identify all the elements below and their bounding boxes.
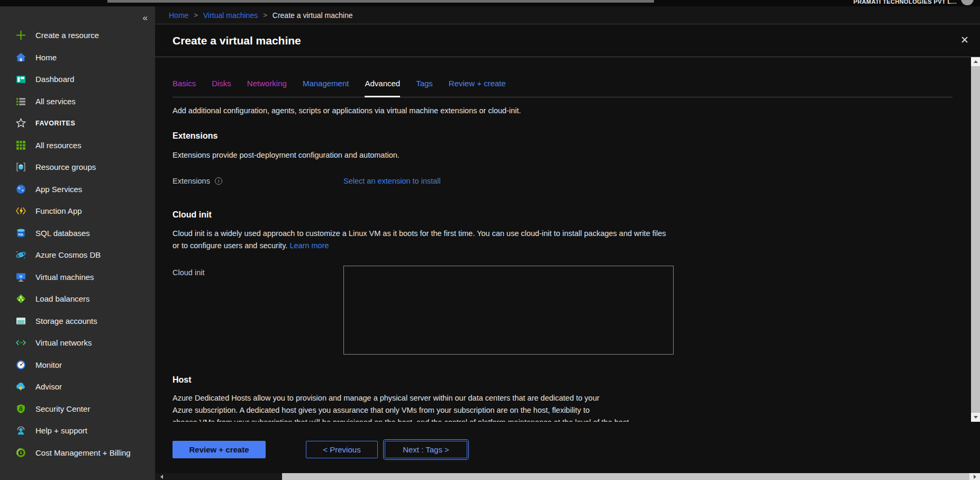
tab-disks[interactable]: Disks <box>212 77 231 90</box>
sidebar-item-label: Dashboard <box>35 75 74 84</box>
star-icon <box>15 117 26 129</box>
breadcrumb-current: Create a virtual machine <box>273 11 353 20</box>
sidebar-item-label: Function App <box>35 206 82 215</box>
function-app-icon <box>15 205 26 216</box>
scroll-right-icon[interactable] <box>969 473 980 480</box>
horizontal-scroll-thumb[interactable] <box>282 473 969 480</box>
select-extension-link[interactable]: Select an extension to install <box>343 175 441 187</box>
previous-button[interactable]: < Previous <box>306 441 378 458</box>
sidebar-item-label: Resource groups <box>35 162 96 171</box>
next-tags-button[interactable]: Next : Tags > <box>385 441 467 458</box>
list-icon <box>15 96 26 107</box>
sidebar-item-label: SQL databases <box>35 229 90 238</box>
cloud-init-textarea[interactable] <box>343 266 674 355</box>
host-description-line: Azure Dedicated Hosts allow you to provi… <box>173 392 952 404</box>
vertical-scrollbar[interactable] <box>971 57 980 422</box>
sidebar-item-help-support[interactable]: Help + support <box>0 420 155 442</box>
help-support-icon <box>15 425 26 436</box>
sidebar-item-create-a-resource[interactable]: Create a resource <box>0 24 155 47</box>
info-icon[interactable]: i <box>215 177 222 185</box>
advisor-icon <box>15 381 26 392</box>
main-content: Home > Virtual machines > Create a virtu… <box>155 6 980 480</box>
sidebar-item-label: App Services <box>35 185 82 194</box>
tab-review-create[interactable]: Review + create <box>449 77 506 90</box>
cloud-init-description-text: Cloud init is a widely used approach to … <box>173 229 666 250</box>
grid-icon <box>15 140 26 151</box>
sidebar-item-label: Security Center <box>35 404 90 413</box>
sidebar-item-dashboard[interactable]: Dashboard <box>0 68 155 90</box>
sidebar-item-home[interactable]: Home <box>0 47 155 69</box>
sidebar: « Create a resource Home Dashboard All s… <box>0 6 155 480</box>
storage-accounts-icon <box>15 315 26 327</box>
sidebar-favorites-header: FAVORITES <box>0 112 155 134</box>
breadcrumb: Home > Virtual machines > Create a virtu… <box>155 6 980 24</box>
horizontal-scrollbar[interactable] <box>155 473 980 480</box>
top-horizontal-scrollbar[interactable] <box>107 0 654 3</box>
extensions-field-label: Extensions i <box>173 175 343 187</box>
sidebar-item-azure-cosmos-db[interactable]: Azure Cosmos DB <box>0 244 155 266</box>
sidebar-item-virtual-machines[interactable]: Virtual machines <box>0 266 155 288</box>
tab-management[interactable]: Management <box>303 77 349 90</box>
sidebar-item-monitor[interactable]: Monitor <box>0 354 155 376</box>
tab-bar: Basics Disks Networking Management Advan… <box>173 77 952 97</box>
cloud-init-description: Cloud init is a widely used approach to … <box>173 228 673 252</box>
sidebar-item-all-resources[interactable]: All resources <box>0 134 155 157</box>
breadcrumb-home[interactable]: Home <box>169 11 188 20</box>
sidebar-item-label: Help + support <box>35 426 87 435</box>
scroll-up-icon[interactable] <box>971 57 980 66</box>
azure-portal: PRAMATI TECHNOLOGIES PVT L... « Create a… <box>0 0 980 480</box>
cloud-init-heading: Cloud init <box>173 209 952 221</box>
sidebar-item-label: Azure Cosmos DB <box>35 250 101 259</box>
tab-description: Add additional configuration, agents, sc… <box>173 105 952 116</box>
sidebar-item-label: Home <box>35 53 57 62</box>
breadcrumb-virtual-machines[interactable]: Virtual machines <box>203 11 258 20</box>
cloud-init-field-row: Cloud init <box>173 266 952 355</box>
sidebar-item-label: Storage accounts <box>35 316 97 325</box>
sidebar-item-label: Monitor <box>35 360 62 369</box>
sidebar-item-virtual-networks[interactable]: Virtual networks <box>0 332 155 354</box>
home-icon <box>15 52 26 63</box>
sidebar-item-function-app[interactable]: Function App <box>0 200 155 222</box>
host-heading: Host <box>173 374 952 386</box>
sidebar-item-sql-databases[interactable]: SQL SQL databases <box>0 222 155 244</box>
host-description-line: Azure subscription. A dedicated host giv… <box>173 404 952 416</box>
sidebar-item-label: Cost Management + Billing <box>35 448 131 457</box>
avatar[interactable] <box>961 0 974 5</box>
review-create-button[interactable]: Review + create <box>173 441 266 458</box>
close-icon[interactable]: ✕ <box>958 33 972 47</box>
sidebar-item-storage-accounts[interactable]: Storage accounts <box>0 310 155 332</box>
sidebar-item-app-services[interactable]: App Services <box>0 178 155 201</box>
chevron-right-icon: > <box>194 11 198 19</box>
field-label-text: Extensions <box>173 175 210 187</box>
sidebar-item-label: Virtual machines <box>35 273 94 282</box>
sidebar-item-resource-groups[interactable]: Resource groups <box>0 156 155 178</box>
app-services-icon <box>15 184 26 195</box>
tab-basics[interactable]: Basics <box>173 77 196 90</box>
plus-icon <box>15 30 26 41</box>
sidebar-item-security-center[interactable]: Security Center <box>0 398 155 420</box>
chevron-right-icon: > <box>263 11 267 19</box>
sidebar-item-label: All resources <box>35 141 81 150</box>
sidebar-item-advisor[interactable]: Advisor <box>0 376 155 398</box>
host-description-line-clipped: choose VMs from your subscription that w… <box>173 416 952 422</box>
sidebar-item-cost-management[interactable]: $ Cost Management + Billing <box>0 442 155 464</box>
monitor-icon <box>15 359 26 370</box>
panel-header: Create a virtual machine ✕ <box>155 24 980 57</box>
learn-more-link[interactable]: Learn more <box>289 241 329 250</box>
scroll-down-icon[interactable] <box>971 413 980 422</box>
svg-text:$: $ <box>20 450 22 455</box>
cosmos-db-icon <box>15 249 26 260</box>
sidebar-item-label: Advisor <box>35 382 62 391</box>
tenant-name[interactable]: PRAMATI TECHNOLOGIES PVT L... <box>854 0 957 5</box>
page-title: Create a virtual machine <box>173 34 301 47</box>
collapse-sidebar-icon[interactable]: « <box>143 13 148 23</box>
resource-groups-icon <box>15 161 26 173</box>
sidebar-item-load-balancers[interactable]: Load balancers <box>0 288 155 310</box>
scroll-left-icon[interactable] <box>157 473 166 480</box>
top-band: PRAMATI TECHNOLOGIES PVT L... <box>0 0 980 6</box>
vertical-scroll-thumb[interactable] <box>971 66 980 413</box>
sidebar-item-all-services[interactable]: All services <box>0 90 155 113</box>
tab-advanced[interactable]: Advanced <box>365 77 400 90</box>
tab-tags[interactable]: Tags <box>416 77 433 90</box>
tab-networking[interactable]: Networking <box>247 77 287 90</box>
